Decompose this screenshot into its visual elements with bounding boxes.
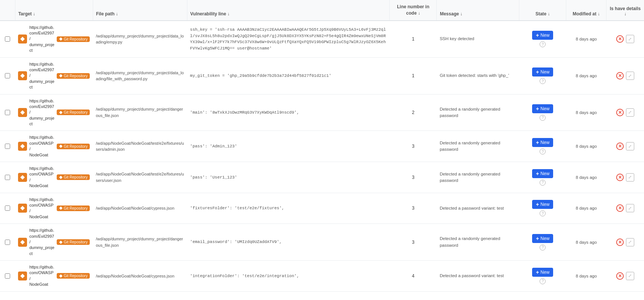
row-checkbox-7[interactable]: [5, 273, 10, 279]
close-icon-2[interactable]: ✕: [616, 109, 624, 116]
modified-cell-2: 8 days ago: [566, 94, 606, 131]
svg-marker-13: [59, 240, 62, 244]
modified-text-7: 8 days ago: [576, 274, 597, 278]
vuln-cell-2: 'main': '8wTxkXJsDwzMRqG3V7XyKWDqAtl9nsc…: [187, 94, 389, 131]
new-state-button-2[interactable]: + New: [532, 104, 553, 113]
plus-icon-4: +: [536, 171, 539, 177]
help-icon-0[interactable]: ?: [540, 41, 546, 47]
help-icon-5[interactable]: ?: [540, 210, 546, 216]
state-cell-5: + New ?: [519, 193, 566, 224]
svg-marker-1: [59, 38, 62, 41]
filepath-cell-5: /wd/app/NodeGoat/NodeGoat/cypress.json: [93, 193, 187, 224]
new-state-button-1[interactable]: + New: [532, 68, 553, 76]
table-row: https://github.com/Evil2997/dummy_projec…: [0, 57, 644, 94]
git-repo-badge-0: Git Repository: [57, 36, 90, 42]
new-state-button-5[interactable]: + New: [532, 200, 553, 209]
filepath-header[interactable]: File path ↓: [93, 0, 187, 21]
row-checkbox-1[interactable]: [5, 73, 10, 78]
expand-icon-1[interactable]: ⤢: [626, 72, 634, 80]
linenum-cell-5: 3: [390, 193, 437, 224]
expand-icon-0[interactable]: ⤢: [626, 35, 634, 43]
close-icon-0[interactable]: ✕: [616, 35, 624, 43]
target-url-3: https://github.com/OWASP/NodeGoat: [29, 135, 54, 158]
new-label-7: New: [540, 270, 549, 275]
close-icon-1[interactable]: ✕: [616, 72, 624, 80]
new-state-button-6[interactable]: + New: [532, 234, 553, 243]
target-cell-3: https://github.com/OWASP/NodeGoat Git Re…: [15, 131, 93, 162]
new-state-button-3[interactable]: + New: [532, 138, 553, 147]
linenum-value-2: 2: [412, 110, 415, 115]
modified-cell-0: 8 days ago: [566, 21, 606, 57]
linenum-cell-7: 4: [390, 261, 437, 292]
modified-text-4: 8 days ago: [576, 175, 597, 180]
message-header[interactable]: Message ↓: [437, 0, 519, 21]
state-cell-4: + New ?: [519, 162, 566, 193]
table-row: https://github.com/Evil2997/dummy_projec…: [0, 224, 644, 261]
help-icon-7[interactable]: ?: [540, 278, 546, 284]
filepath-text-0: /wd/app/dummy_project/dummy_project/data…: [96, 34, 184, 45]
modified-text-0: 8 days ago: [576, 37, 597, 41]
target-cell-0: https://github.com/Evil2997/dummy_projec…: [15, 21, 93, 57]
expand-icon-6[interactable]: ⤢: [626, 238, 634, 246]
state-cell-1: + New ?: [519, 57, 566, 94]
svg-marker-7: [59, 145, 62, 148]
new-label-2: New: [540, 106, 549, 111]
expand-icon-2[interactable]: ⤢: [626, 108, 634, 117]
git-repo-badge-4: Git Repository: [57, 174, 90, 180]
help-icon-4[interactable]: ?: [540, 180, 546, 186]
new-state-button-0[interactable]: + New: [532, 31, 553, 40]
svg-marker-2: [20, 74, 25, 78]
target-header[interactable]: Target ↓: [15, 0, 93, 21]
target-cell-5: https://github.com/OWASP/NodeGoat Git Re…: [15, 193, 93, 224]
modified-header[interactable]: Modified at ↓: [566, 0, 606, 21]
modified-text-3: 8 days ago: [576, 144, 597, 148]
row-checkbox-6[interactable]: [5, 240, 10, 245]
details-cell-2: ✕ ⤢: [606, 94, 644, 131]
row-checkbox-cell: [0, 94, 15, 131]
message-cell-5: Detected a password variant: test: [437, 193, 519, 224]
close-icon-7[interactable]: ✕: [616, 272, 624, 280]
help-icon-1[interactable]: ?: [540, 78, 546, 84]
help-icon-2[interactable]: ?: [540, 115, 546, 121]
close-icon-5[interactable]: ✕: [616, 204, 624, 212]
message-cell-0: SSH key detected: [437, 21, 519, 57]
expand-icon-3[interactable]: ⤢: [626, 142, 634, 150]
help-icon-3[interactable]: ?: [540, 148, 546, 154]
close-icon-6[interactable]: ✕: [616, 238, 624, 246]
details-cell-0: ✕ ⤢: [606, 21, 644, 57]
vuln-cell-7: 'integrationFolder': 'test/e2e/integrati…: [187, 261, 389, 292]
linenum-header[interactable]: Line number in code ↓: [390, 0, 437, 21]
help-icon-6[interactable]: ?: [540, 244, 546, 250]
target-icon-4: [18, 173, 27, 182]
expand-icon-7[interactable]: ⤢: [626, 272, 634, 280]
vuln-text-7: 'integrationFolder': 'test/e2e/integrati…: [190, 274, 299, 278]
vuln-cell-0: ssh_key = 'ssh-rsa AAAAB3NzaC1yc2EAAAABI…: [187, 21, 389, 57]
table-row: https://github.com/OWASP/NodeGoat Git Re…: [0, 131, 644, 162]
row-checkbox-5[interactable]: [5, 206, 10, 211]
target-icon-1: [18, 71, 27, 80]
plus-icon-5: +: [536, 201, 539, 207]
new-state-button-7[interactable]: + New: [532, 268, 553, 277]
git-repo-badge-2: Git Repository: [57, 110, 90, 115]
table-row: https://github.com/Evil2997/dummy_projec…: [0, 21, 644, 57]
new-state-button-4[interactable]: + New: [532, 169, 553, 178]
git-repo-badge-3: Git Repository: [57, 144, 90, 149]
expand-icon-5[interactable]: ⤢: [626, 204, 634, 212]
target-url-6: https://github.com/Evil2997/dummy_projec…: [29, 228, 54, 256]
modified-cell-4: 8 days ago: [566, 162, 606, 193]
message-cell-3: Detected a randomly generated password: [437, 131, 519, 162]
row-checkbox-3[interactable]: [5, 144, 10, 149]
modified-text-1: 8 days ago: [576, 74, 597, 78]
row-checkbox-2[interactable]: [5, 110, 10, 115]
row-checkbox-0[interactable]: [5, 36, 10, 42]
row-checkbox-4[interactable]: [5, 175, 10, 180]
state-header[interactable]: State ↓: [519, 0, 566, 21]
vuln-cell-1: my_git_token = 'ghp_29a5b9cfdde7b2b3a72d…: [187, 57, 389, 94]
details-header[interactable]: Is have details ↓: [606, 0, 644, 21]
close-icon-4[interactable]: ✕: [616, 174, 624, 181]
close-icon-3[interactable]: ✕: [616, 142, 624, 150]
message-cell-1: Git token detected: starts with 'ghp_': [437, 57, 519, 94]
linenum-value-5: 3: [412, 206, 415, 211]
vuln-header[interactable]: Vulnerability line ↓: [187, 0, 389, 21]
expand-icon-4[interactable]: ⤢: [626, 173, 634, 182]
